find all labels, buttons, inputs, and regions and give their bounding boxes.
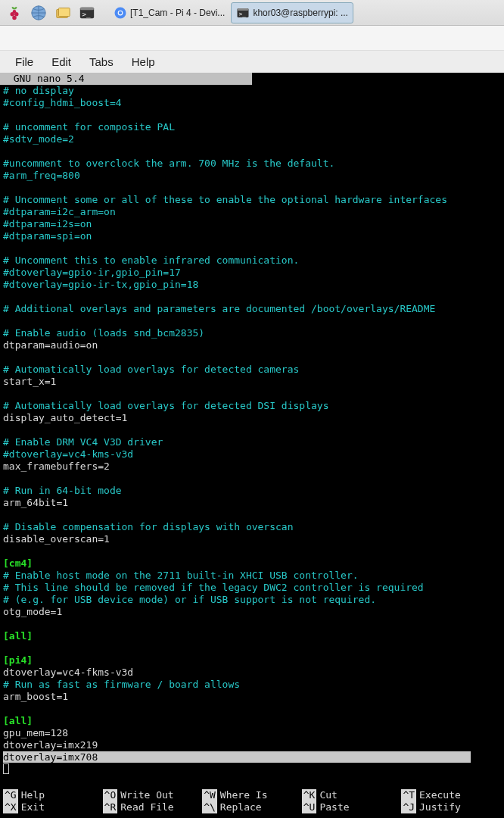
svg-point-2: [12, 15, 17, 19]
nano-help-label: Paste: [319, 801, 349, 813]
editor-line: [all]: [3, 630, 501, 642]
editor-line: max_framebuffers=2: [3, 461, 501, 473]
nano-help-item: ^KCut: [302, 789, 402, 801]
nano-help-label: Exit: [21, 801, 45, 813]
editor-line: #dtoverlay=gpio-ir-tx,gpio_pin=18: [3, 279, 501, 291]
editor-line: [3, 424, 501, 436]
menu-edit[interactable]: Edit: [42, 52, 80, 71]
editor-line: # Enable DRM VC4 V3D driver: [3, 436, 501, 448]
nano-help-item: ^RRead File: [103, 801, 203, 813]
nano-help-label: Where Is: [220, 789, 268, 801]
nano-help-key: ^J: [401, 801, 416, 813]
editor-line: [3, 642, 501, 654]
nano-help-item: ^XExit: [3, 801, 103, 813]
nano-help-label: Write Out: [120, 789, 173, 801]
editor-line: [3, 291, 501, 303]
nano-help-key: ^X: [3, 801, 18, 813]
editor-line: # Uncomment this to enable infrared comm…: [3, 254, 501, 267]
nano-help-bar: ^GHelp^OWrite Out^WWhere Is^KCut^TExecut…: [0, 786, 504, 818]
editor-line: [3, 351, 501, 364]
editor-line: #dtoverlay=vc4-kms-v3d: [3, 448, 501, 461]
editor-line: # Automatically load overlays for detect…: [3, 364, 501, 376]
editor-line: display_auto_detect=1: [3, 412, 501, 424]
web-browser-icon[interactable]: [27, 2, 50, 23]
raspberry-menu-icon[interactable]: [3, 2, 26, 23]
editor-line: #dtparam=i2s=on: [3, 218, 501, 230]
editor-line: #arm_freq=800: [3, 170, 501, 182]
editor-line: arm_boost=1: [3, 691, 501, 703]
nano-help-key: ^G: [3, 789, 18, 801]
editor-line: [3, 242, 501, 254]
nano-help-label: Execute: [419, 789, 461, 801]
nano-help-label: Read File: [120, 801, 173, 813]
editor-line: [cm4]: [3, 557, 501, 570]
taskbar-task-terminal[interactable]: >_ khor03@raspberrypi: ...: [231, 2, 353, 23]
editor-line: [3, 109, 501, 121]
editor-line: [3, 703, 501, 715]
nano-help-item: ^OWrite Out: [103, 789, 203, 801]
nano-help-item: ^JJustify: [401, 801, 501, 813]
nano-help-key: ^R: [103, 801, 118, 813]
editor-line: [3, 388, 501, 400]
nano-help-item: ^WWhere Is: [202, 789, 302, 801]
editor-line: # Run as fast as firmware / board allows: [3, 679, 501, 691]
editor-line: arm_64bit=1: [3, 497, 501, 509]
nano-help-item: ^TExecute: [401, 789, 501, 801]
nano-help-key: ^T: [401, 789, 416, 801]
nano-help-key: ^W: [202, 789, 217, 801]
nano-help-label: Justify: [419, 801, 461, 813]
svg-point-12: [119, 11, 123, 14]
nano-help-key: ^U: [302, 801, 317, 813]
terminal[interactable]: GNU nano 5.4 # no display#config_hdmi_bo…: [0, 73, 504, 818]
editor-line: #dtoverlay=gpio-ir,gpio_pin=17: [3, 267, 501, 279]
editor-line: # Automatically load overlays for detect…: [3, 400, 501, 412]
file-manager-icon[interactable]: [51, 2, 74, 23]
editor-line: # uncomment for composite PAL: [3, 121, 501, 133]
taskbar-task-chromium[interactable]: [T1_Cam - Pi 4 - Devi...: [109, 2, 229, 23]
menu-tabs[interactable]: Tabs: [80, 52, 123, 71]
editor-line: [3, 618, 501, 630]
editor-line: [all]: [3, 715, 501, 727]
cursor: [3, 763, 9, 774]
editor-line: [3, 145, 501, 158]
nano-help-key: ^\: [202, 801, 217, 813]
editor-line: # Enable audio (loads snd_bcm2835): [3, 327, 501, 339]
editor-line: # Run in 64-bit mode: [3, 485, 501, 497]
menu-file[interactable]: File: [6, 52, 42, 71]
editor-line: dtoverlay=imx219: [3, 739, 501, 751]
editor-line: [3, 509, 501, 521]
editor-line: dtoverlay=vc4-fkms-v3d: [3, 667, 501, 679]
svg-rect-6: [59, 8, 70, 16]
nano-help-label: Cut: [319, 789, 337, 801]
taskbar-task-label: [T1_Cam - Pi 4 - Devi...: [130, 8, 225, 18]
editor-line-highlighted: dtoverlay=imx708: [3, 751, 471, 763]
editor-line: # This line should be removed if the leg…: [3, 582, 501, 594]
editor-line: # Uncomment some or all of these to enab…: [3, 194, 501, 206]
svg-text:>_: >_: [82, 9, 92, 17]
terminal-launcher-icon[interactable]: >_: [76, 2, 98, 23]
nano-help-key: ^O: [103, 789, 118, 801]
editor-line: start_x=1: [3, 376, 501, 388]
nano-help-label: Replace: [220, 801, 262, 813]
editor-line: [pi4]: [3, 654, 501, 667]
editor-line: # (e.g. for USB device mode) or if USB s…: [3, 594, 501, 606]
nano-help-item: ^\Replace: [202, 801, 302, 813]
editor-line: #dtparam=i2c_arm=on: [3, 206, 501, 218]
taskbar-task-label: khor03@raspberrypi: ...: [253, 8, 348, 18]
editor-line: #dtparam=spi=on: [3, 230, 501, 242]
editor-line: dtparam=audio=on: [3, 339, 501, 351]
svg-text:>_: >_: [239, 10, 247, 17]
editor-content[interactable]: # no display#config_hdmi_boost=4 # uncom…: [0, 85, 504, 777]
editor-line: # Enable host mode on the 2711 built-in …: [3, 570, 501, 582]
nano-help-item: ^UPaste: [302, 801, 402, 813]
nano-title: GNU nano 5.4: [0, 73, 252, 85]
editor-line: #uncomment to overclock the arm. 700 MHz…: [3, 158, 501, 170]
editor-line: # Disable compensation for displays with…: [3, 521, 501, 533]
window-titlebar-gap: [0, 26, 504, 50]
svg-point-3: [13, 9, 17, 13]
editor-line: otg_mode=1: [3, 606, 501, 618]
menubar: File Edit Tabs Help: [0, 50, 504, 73]
editor-line: # no display: [3, 85, 501, 97]
editor-line: #sdtv_mode=2: [3, 133, 501, 145]
menu-help[interactable]: Help: [123, 52, 164, 71]
